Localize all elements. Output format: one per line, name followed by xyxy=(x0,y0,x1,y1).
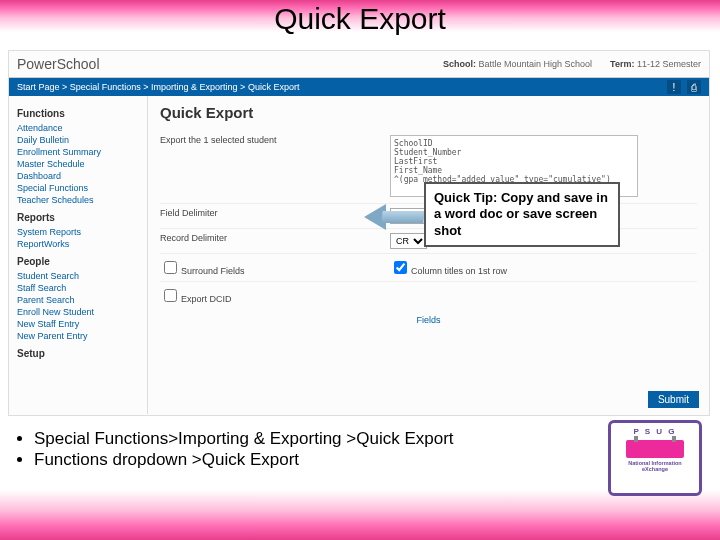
surround-fields-checkbox[interactable] xyxy=(164,261,177,274)
sidebar-item[interactable]: New Staff Entry xyxy=(17,318,139,330)
sidebar-item[interactable]: Daily Bulletin xyxy=(17,134,139,146)
sidebar-item[interactable]: Attendance xyxy=(17,122,139,134)
print-icon[interactable]: ⎙ xyxy=(687,80,701,94)
main-panel: Quick Export Export the 1 selected stude… xyxy=(148,96,709,414)
sidebar: Functions Attendance Daily Bulletin Enro… xyxy=(9,96,148,414)
bullet-item: Special Functions>Importing & Exporting … xyxy=(34,429,454,449)
callout-arrow-icon xyxy=(364,204,424,230)
sidebar-item[interactable]: Master Schedule xyxy=(17,158,139,170)
column-titles-checkbox[interactable] xyxy=(394,261,407,274)
column-titles-label: Column titles on 1st row xyxy=(411,266,507,276)
psug-badge: P S U G National InformationeXchange xyxy=(608,420,702,496)
record-delimiter-label: Record Delimiter xyxy=(160,233,390,243)
sidebar-group-reports: Reports xyxy=(17,212,139,223)
powerschool-logo: PowerSchool xyxy=(17,56,100,72)
fields-link[interactable]: Fields xyxy=(160,309,697,331)
badge-text: National InformationeXchange xyxy=(628,461,681,472)
sidebar-group-setup: Setup xyxy=(17,348,139,359)
sidebar-item[interactable]: Staff Search xyxy=(17,282,139,294)
sidebar-group-people: People xyxy=(17,256,139,267)
export-dcid-checkbox[interactable] xyxy=(164,289,177,302)
surround-fields-row: Surround Fields xyxy=(160,258,390,277)
sidebar-item[interactable]: Enroll New Student xyxy=(17,306,139,318)
sidebar-item[interactable]: System Reports xyxy=(17,226,139,238)
sidebar-item[interactable]: Enrollment Summary xyxy=(17,146,139,158)
sidebar-item[interactable]: Special Functions xyxy=(17,182,139,194)
sidebar-item[interactable]: New Parent Entry xyxy=(17,330,139,342)
record-delimiter-select[interactable]: CR xyxy=(390,233,427,249)
sidebar-group-functions: Functions xyxy=(17,108,139,119)
school-context: School: Battle Mountain High School xyxy=(443,59,592,69)
alert-icon[interactable]: ! xyxy=(667,80,681,94)
sidebar-item[interactable]: Teacher Schedules xyxy=(17,194,139,206)
bullet-item: Functions dropdown >Quick Export xyxy=(34,450,454,470)
slide-bullets: Special Functions>Importing & Exporting … xyxy=(14,428,454,471)
quick-tip-callout: Quick Tip: Copy and save in a word doc o… xyxy=(424,182,620,247)
page-title: Quick Export xyxy=(160,104,697,121)
sidebar-item[interactable]: Student Search xyxy=(17,270,139,282)
sidebar-item[interactable]: ReportWorks xyxy=(17,238,139,250)
badge-sign-icon xyxy=(626,440,684,458)
export-dcid-row: Export DCID xyxy=(160,286,390,305)
sidebar-item[interactable]: Parent Search xyxy=(17,294,139,306)
app-header: PowerSchool School: Battle Mountain High… xyxy=(9,51,709,78)
sidebar-item[interactable]: Dashboard xyxy=(17,170,139,182)
breadcrumb[interactable]: Start Page > Special Functions > Importi… xyxy=(17,82,299,92)
term-context: Term: 11-12 Semester xyxy=(610,59,701,69)
badge-acronym: P S U G xyxy=(633,427,676,436)
export-count-label: Export the 1 selected student xyxy=(160,135,390,145)
slide-title: Quick Export xyxy=(0,0,720,36)
breadcrumb-bar: Start Page > Special Functions > Importi… xyxy=(9,78,709,96)
submit-button[interactable]: Submit xyxy=(648,391,699,408)
field-delimiter-label: Field Delimiter xyxy=(160,208,390,218)
